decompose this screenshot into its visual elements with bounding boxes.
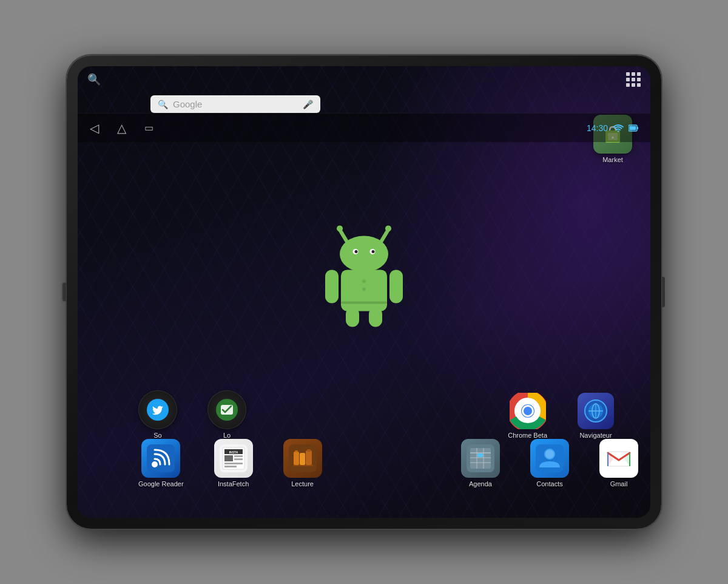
svg-rect-41	[224, 455, 233, 461]
app-row-1-right: Chrome Beta Navigateur	[508, 393, 614, 439]
android-mascot	[303, 211, 425, 335]
back-button[interactable]: ◁	[90, 121, 99, 135]
wifi-icon	[613, 124, 624, 132]
svg-rect-14	[389, 270, 403, 303]
search-bar-container: 🔍 Google 🎤	[78, 93, 650, 113]
svg-point-64	[545, 450, 554, 458]
svg-point-37	[152, 461, 158, 467]
recent-button[interactable]: ▭	[144, 122, 153, 134]
app-lecture[interactable]: Lecture	[283, 439, 322, 487]
twitter-label: So	[153, 432, 161, 439]
chrome-beta-label: Chrome Beta	[508, 432, 547, 439]
app-twitter[interactable]: So	[138, 390, 177, 439]
svg-rect-16	[369, 307, 382, 327]
status-bar: 🔍	[78, 66, 650, 93]
agenda-icon	[461, 439, 500, 478]
google-reader-icon	[141, 439, 180, 478]
google-search-bar[interactable]: 🔍 Google 🎤	[150, 95, 320, 113]
svg-rect-48	[294, 452, 299, 465]
svg-point-5	[337, 225, 343, 231]
agenda-label: Agenda	[469, 480, 492, 487]
navigateur-icon-bg	[578, 393, 614, 429]
svg-rect-55	[470, 448, 491, 469]
search-bar-placeholder: Google	[173, 99, 298, 109]
todo-icon-bg	[207, 390, 246, 429]
market-label: Market	[602, 156, 623, 163]
search-icon-top[interactable]: 🔍	[87, 73, 101, 86]
home-button[interactable]: △	[117, 121, 126, 135]
svg-rect-70	[637, 127, 638, 129]
todo-label: Lo	[223, 432, 231, 439]
instafetch-label: InstaFetch	[218, 480, 249, 487]
svg-rect-36	[147, 444, 175, 472]
lecture-icon	[283, 439, 322, 478]
google-reader-label: Google Reader	[138, 480, 184, 487]
svg-rect-17	[341, 301, 387, 304]
nav-bar: ◁ △ ▭ 14:30	[78, 113, 650, 142]
svg-point-11	[372, 250, 375, 253]
nav-buttons: ◁ △ ▭	[90, 121, 153, 135]
app-gmail[interactable]: Gmail	[599, 439, 638, 487]
app-row-2-right: Agenda Contacts	[461, 439, 638, 487]
svg-rect-15	[346, 307, 359, 327]
twitter-icon-bg	[138, 390, 177, 429]
svg-rect-51	[306, 450, 312, 465]
app-agenda[interactable]: Agenda	[461, 439, 500, 487]
tablet-shell: 🔍 🔍 Google 🎤	[67, 55, 661, 529]
svg-rect-71	[630, 126, 636, 130]
app-google-reader[interactable]: Google Reader	[138, 439, 184, 487]
svg-rect-52	[307, 449, 311, 452]
svg-rect-43	[234, 458, 243, 460]
svg-point-29	[524, 407, 532, 415]
svg-rect-42	[234, 455, 243, 457]
svg-rect-50	[300, 453, 305, 465]
svg-point-6	[385, 225, 391, 231]
svg-rect-13	[325, 270, 339, 303]
gmail-label: Gmail	[610, 480, 628, 487]
contacts-icon	[530, 439, 569, 478]
screen: 🔍 🔍 Google 🎤	[78, 66, 650, 518]
chrome-beta-icon	[510, 393, 546, 429]
svg-point-19	[362, 287, 366, 291]
svg-text:INSTA: INSTA	[229, 450, 238, 454]
svg-rect-44	[224, 463, 243, 464]
svg-point-18	[362, 279, 366, 283]
svg-rect-61	[477, 453, 483, 457]
app-row-2-left: Google Reader INSTA	[138, 439, 322, 487]
svg-rect-49	[295, 450, 298, 452]
contacts-label: Contacts	[536, 480, 562, 487]
navigateur-label: Navigateur	[579, 432, 612, 439]
apps-grid-icon[interactable]	[626, 72, 641, 87]
svg-rect-45	[224, 466, 237, 467]
battery-icon	[629, 124, 638, 132]
search-bar-search-icon: 🔍	[158, 100, 168, 109]
svg-point-7	[340, 236, 388, 272]
app-navigateur[interactable]: Navigateur	[578, 393, 614, 439]
lecture-label: Lecture	[291, 480, 314, 487]
gmail-icon	[599, 439, 638, 478]
app-row-1-left: So Lo	[138, 390, 246, 439]
search-bar-mic-icon[interactable]: 🎤	[303, 100, 313, 109]
svg-point-10	[355, 250, 358, 253]
app-instafetch[interactable]: INSTA InstaFetch	[214, 439, 253, 487]
instafetch-icon: INSTA	[214, 439, 253, 478]
app-todo[interactable]: Lo	[207, 390, 246, 439]
nav-status: 14:30	[587, 123, 638, 133]
time-display: 14:30	[587, 123, 608, 133]
app-chrome-beta[interactable]: Chrome Beta	[508, 393, 547, 439]
app-contacts[interactable]: Contacts	[530, 439, 569, 487]
